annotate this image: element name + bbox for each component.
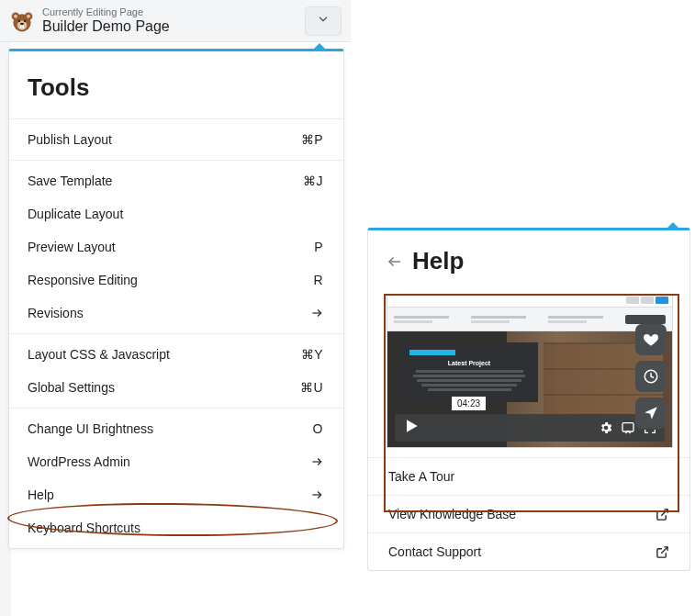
svg-point-8 xyxy=(20,22,24,24)
menu-item-label: Layout CSS & Javascript xyxy=(28,347,170,362)
menu-item-publish-layout[interactable]: Publish Layout ⌘P xyxy=(9,123,343,156)
menu-item-label: Save Template xyxy=(28,174,112,188)
menu-item-label: Help xyxy=(28,487,54,502)
menu-group: Change UI Brightness O WordPress Admin H… xyxy=(9,408,343,548)
tools-heading: Tools xyxy=(9,51,343,118)
video-caption-panel: Latest Project xyxy=(400,342,538,402)
help-video-container: Latest Project 04:23 xyxy=(368,288,689,457)
beaver-logo-icon xyxy=(9,8,35,34)
menu-item-label: Preview Layout xyxy=(28,240,116,254)
menu-group: Save Template ⌘J Duplicate Layout Previe… xyxy=(9,160,343,333)
help-item-contact-support[interactable]: Contact Support xyxy=(368,532,689,570)
arrow-right-icon xyxy=(310,455,323,468)
menu-item-save-template[interactable]: Save Template ⌘J xyxy=(9,164,343,197)
menu-item-shortcut: ⌘Y xyxy=(301,347,323,362)
external-link-icon xyxy=(656,508,669,521)
menu-item-label: Duplicate Layout xyxy=(28,207,123,221)
svg-line-18 xyxy=(661,509,667,515)
arrow-right-icon xyxy=(310,307,323,319)
page-header: Currently Editing Page Builder Demo Page xyxy=(0,0,351,42)
video-controls xyxy=(395,414,665,442)
menu-item-label: Publish Layout xyxy=(28,132,112,147)
menu-item-shortcut: ⌘U xyxy=(300,380,323,395)
share-button[interactable] xyxy=(635,398,667,429)
svg-rect-9 xyxy=(20,25,22,28)
like-button[interactable] xyxy=(635,324,667,355)
tools-panel: Tools Publish Layout ⌘P Save Template ⌘J… xyxy=(8,49,344,549)
menu-item-help[interactable]: Help xyxy=(9,478,343,511)
menu-group: Layout CSS & Javascript ⌘Y Global Settin… xyxy=(9,333,343,408)
menu-item-global-settings[interactable]: Global Settings ⌘U xyxy=(9,371,343,404)
menu-item-label: Keyboard Shortcuts xyxy=(28,521,140,535)
menu-item-ui-brightness[interactable]: Change UI Brightness O xyxy=(9,412,343,445)
help-item-label: View Knowledge Base xyxy=(388,507,516,521)
svg-line-19 xyxy=(661,546,667,553)
menu-group: Publish Layout ⌘P xyxy=(9,118,343,160)
header-title: Builder Demo Page xyxy=(42,18,297,35)
watch-later-button[interactable] xyxy=(635,361,667,392)
help-video[interactable]: Latest Project 04:23 xyxy=(387,294,673,448)
svg-point-4 xyxy=(27,14,30,17)
menu-item-shortcut: ⌘J xyxy=(303,174,323,188)
video-preview-topbar xyxy=(387,295,672,308)
menu-item-shortcut: ⌘P xyxy=(301,132,323,147)
menu-item-responsive-editing[interactable]: Responsive Editing R xyxy=(9,263,343,297)
menu-item-shortcut: O xyxy=(313,421,323,436)
help-item-label: Contact Support xyxy=(388,544,481,559)
video-preview-editor-header xyxy=(387,308,672,331)
help-item-knowledge-base[interactable]: View Knowledge Base xyxy=(368,495,689,532)
menu-item-shortcut: P xyxy=(314,240,323,254)
svg-point-3 xyxy=(14,14,17,17)
arrow-right-icon xyxy=(310,488,323,501)
svg-point-7 xyxy=(24,19,26,21)
cast-icon[interactable] xyxy=(621,420,635,435)
menu-item-label: Global Settings xyxy=(28,380,115,395)
chevron-down-icon xyxy=(317,13,330,29)
menu-item-revisions[interactable]: Revisions xyxy=(9,297,343,330)
video-caption-title: Latest Project xyxy=(409,359,529,368)
header-dropdown-button[interactable] xyxy=(305,6,342,36)
menu-item-shortcut: R xyxy=(313,273,323,287)
play-icon[interactable] xyxy=(402,417,420,439)
menu-item-wordpress-admin[interactable]: WordPress Admin xyxy=(9,445,343,478)
gear-icon[interactable] xyxy=(599,420,613,435)
video-side-actions xyxy=(635,324,667,429)
header-titles: Currently Editing Page Builder Demo Page xyxy=(42,6,297,35)
back-button[interactable] xyxy=(387,253,403,270)
menu-item-label: Change UI Brightness xyxy=(28,421,153,436)
menu-item-duplicate-layout[interactable]: Duplicate Layout xyxy=(9,197,343,230)
menu-item-label: Revisions xyxy=(28,306,84,320)
menu-item-keyboard-shortcuts[interactable]: Keyboard Shortcuts xyxy=(9,511,343,544)
menu-item-label: Responsive Editing xyxy=(28,273,138,287)
svg-rect-10 xyxy=(22,25,24,28)
menu-item-label: WordPress Admin xyxy=(28,454,130,469)
svg-marker-15 xyxy=(407,420,418,431)
help-panel: Help Latest Project 04:23 xyxy=(367,228,690,571)
help-header: Help xyxy=(368,230,689,288)
menu-item-layout-css-js[interactable]: Layout CSS & Javascript ⌘Y xyxy=(9,338,343,371)
header-subtitle: Currently Editing Page xyxy=(42,6,297,18)
menu-item-preview-layout[interactable]: Preview Layout P xyxy=(9,230,343,263)
help-item-take-tour[interactable]: Take A Tour xyxy=(368,457,689,495)
help-item-label: Take A Tour xyxy=(388,469,454,484)
video-duration: 04:23 xyxy=(452,397,486,410)
svg-point-6 xyxy=(18,19,20,21)
help-heading: Help xyxy=(412,247,464,275)
external-link-icon xyxy=(656,545,669,559)
